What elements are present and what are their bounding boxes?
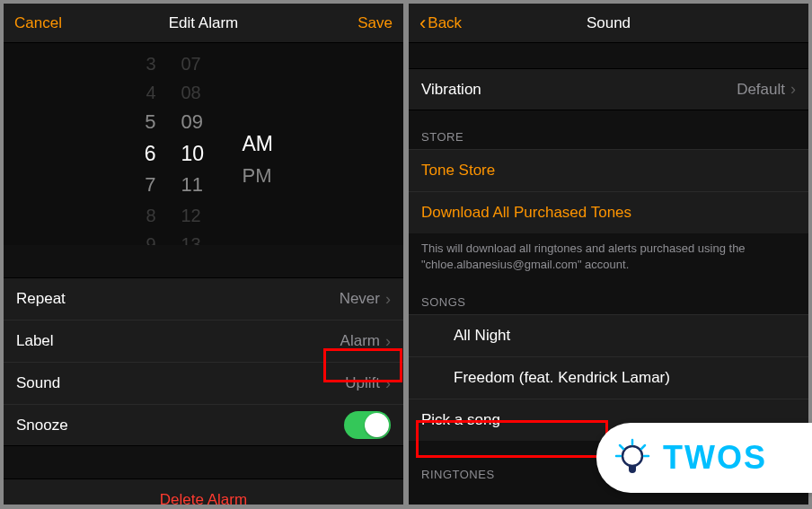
chevron-right-icon: › <box>385 290 391 309</box>
navbar-title: Edit Alarm <box>169 14 238 32</box>
highlight-pick-song <box>416 420 608 458</box>
tone-store-link: Tone Store <box>421 162 495 180</box>
snooze-label: Snooze <box>16 417 68 434</box>
store-section-footer: This will download all ringtones and ale… <box>409 233 808 276</box>
edit-alarm-navbar: Cancel Edit Alarm Save <box>4 4 403 43</box>
svg-line-3 <box>641 445 645 449</box>
repeat-label: Repeat <box>16 290 66 308</box>
vibration-label: Vibration <box>421 81 481 99</box>
back-button[interactable]: ‹ Back <box>419 13 482 33</box>
tone-store-row[interactable]: Tone Store <box>409 149 808 191</box>
sound-navbar: ‹ Back Sound <box>409 4 808 43</box>
song-item[interactable]: Freedom (feat. Kendrick Lamar) <box>409 356 808 399</box>
chevron-right-icon: › <box>790 80 796 99</box>
songs-section-header: SONGS <box>409 276 808 314</box>
hour-column[interactable]: 3 4 5 6 7 8 9 <box>120 52 156 245</box>
label-value: Alarm <box>340 332 380 350</box>
highlight-sound <box>323 348 402 382</box>
twos-badge: TWOS <box>596 423 812 493</box>
vibration-row[interactable]: Vibration Default› <box>409 68 808 110</box>
time-picker[interactable]: 3 4 5 6 7 8 9 07 08 09 10 11 12 13 <box>4 43 403 245</box>
download-tones-link: Download All Purchased Tones <box>421 204 631 222</box>
ampm-column[interactable]: AM PM <box>243 52 287 245</box>
label-label: Label <box>16 332 54 350</box>
svg-point-0 <box>622 446 642 466</box>
snooze-row: Snooze <box>4 404 403 446</box>
twos-text: TWOS <box>663 439 767 477</box>
lightbulb-icon <box>611 436 654 479</box>
navbar-title: Sound <box>587 14 631 32</box>
save-button[interactable]: Save <box>330 14 393 32</box>
minute-column[interactable]: 07 08 09 10 11 12 13 <box>181 52 217 245</box>
chevron-left-icon: ‹ <box>419 13 426 33</box>
edit-alarm-screen: Cancel Edit Alarm Save 3 4 5 6 7 8 9 07 … <box>4 4 403 505</box>
delete-alarm-button[interactable]: Delete Alarm <box>4 478 403 505</box>
vibration-value: Default <box>737 81 785 99</box>
store-section-header: STORE <box>409 110 808 149</box>
cancel-button[interactable]: Cancel <box>14 14 77 32</box>
snooze-toggle[interactable] <box>344 411 391 439</box>
repeat-row[interactable]: Repeat Never› <box>4 277 403 320</box>
sound-label: Sound <box>16 374 60 392</box>
download-tones-row[interactable]: Download All Purchased Tones <box>409 191 808 233</box>
song-item[interactable]: All Night <box>409 314 808 356</box>
svg-line-2 <box>620 445 623 449</box>
repeat-value: Never <box>340 290 380 308</box>
